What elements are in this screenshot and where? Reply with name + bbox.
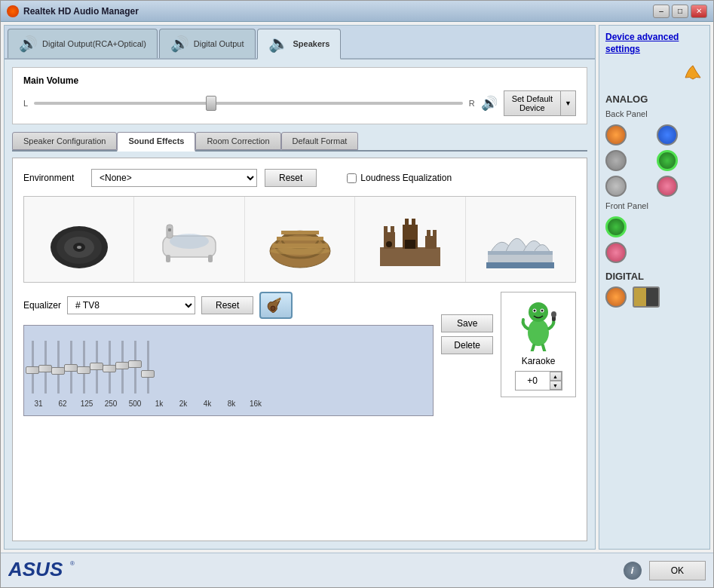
device-advanced-link[interactable]: Device advanced settings	[605, 32, 703, 55]
eq-slider-250[interactable]	[70, 341, 72, 394]
environment-select[interactable]: <None> Generic Room Bathroom	[91, 169, 257, 187]
eq-slider-8k[interactable]	[134, 341, 136, 394]
jack-green-front[interactable]	[605, 216, 627, 237]
jack-green-back[interactable]	[657, 150, 678, 171]
sliders-row	[32, 333, 425, 394]
eq-thumb-4k[interactable]	[115, 362, 129, 369]
close-button[interactable]: ✕	[691, 5, 707, 18]
eq-thumb-16k[interactable]	[141, 370, 155, 378]
jack-digital-orange[interactable]	[605, 286, 627, 308]
svg-text:®: ®	[70, 560, 75, 567]
eq-slider-16k[interactable]	[147, 341, 149, 394]
tab-default-format[interactable]: Default Format	[281, 132, 359, 150]
eq-thumb-62[interactable]	[38, 365, 52, 372]
jack-orange-back[interactable]	[605, 124, 627, 145]
eq-left: Equalizer # TV8 Flat Classical Rock	[23, 292, 434, 416]
eq-sliders-box: 31 62 125 250 500 1k 2k 4k 8k 16k	[23, 325, 434, 416]
eq-slider-500[interactable]	[83, 341, 85, 394]
set-default-dropdown[interactable]: ▼	[561, 90, 576, 116]
eq-thumb-8k[interactable]	[128, 360, 142, 368]
svg-point-36	[528, 319, 549, 346]
window-title: Realtek HD Audio Manager	[23, 6, 653, 17]
equalizer-preset-select[interactable]: # TV8 Flat Classical Rock	[67, 296, 195, 314]
eq-slider-62[interactable]	[44, 341, 47, 394]
eq-thumb-1k[interactable]	[90, 363, 103, 370]
svg-rect-23	[391, 226, 394, 232]
jack-blue-back[interactable]	[657, 124, 678, 145]
ok-button[interactable]: OK	[649, 561, 706, 580]
eq-thumb-125[interactable]	[51, 367, 65, 375]
scene-disc[interactable]	[24, 197, 134, 282]
svg-rect-18	[380, 247, 440, 266]
freq-500: 500	[128, 400, 142, 408]
freq-2k: 2k	[176, 400, 190, 408]
jack-gray-back[interactable]	[605, 150, 627, 171]
svg-rect-7	[168, 228, 171, 231]
set-default-button[interactable]: Set DefaultDevice	[504, 90, 561, 116]
volume-icon: 🔊	[481, 95, 498, 112]
eq-thumb-250[interactable]	[64, 364, 78, 372]
jack-pink-back[interactable]	[657, 176, 678, 197]
eq-thumb-500[interactable]	[77, 366, 90, 374]
environment-label: Environment	[23, 173, 84, 183]
karaoke-value-input[interactable]	[516, 374, 550, 387]
eq-top-row: Equalizer # TV8 Flat Classical Rock	[23, 292, 434, 319]
eq-band-62	[44, 341, 47, 394]
svg-point-40	[534, 310, 536, 312]
jack-gray2-back[interactable]	[605, 176, 627, 197]
default-device-wrap: Set DefaultDevice ▼	[504, 90, 576, 116]
karaoke-decrement-button[interactable]: ▼	[550, 381, 562, 390]
eq-slider-2k[interactable]	[109, 341, 111, 394]
guitar-button[interactable]	[259, 292, 293, 319]
scene-castle[interactable]	[355, 197, 465, 282]
tab-digital-out[interactable]: 🔊 Digital Output	[159, 29, 256, 58]
loudness-checkbox[interactable]	[347, 173, 357, 183]
front-panel-jacks	[605, 216, 703, 263]
scene-opera[interactable]	[466, 197, 575, 282]
scene-bathtub[interactable]	[134, 197, 244, 282]
volume-slider[interactable]	[34, 102, 463, 105]
eq-save-button[interactable]: Save	[441, 314, 493, 332]
volume-slider-thumb[interactable]	[206, 96, 216, 111]
freq-62: 62	[56, 400, 69, 408]
maximize-button[interactable]: □	[672, 5, 688, 18]
main-content: 🔊 Digital Output(RCA+Optical) 🔊 Digital …	[1, 22, 713, 553]
jack-pink-front[interactable]	[605, 242, 627, 263]
eq-thumb-2k[interactable]	[103, 365, 116, 372]
eq-band-2k	[109, 341, 111, 394]
volume-l: L	[23, 99, 28, 108]
svg-rect-22	[384, 226, 388, 232]
eq-slider-4k[interactable]	[121, 341, 124, 394]
eq-thumb-31[interactable]	[26, 366, 39, 374]
eq-slider-125[interactable]	[57, 341, 60, 394]
eq-band-16k	[147, 341, 149, 394]
analog-section: ANALOG Back Panel Front Panel	[605, 93, 703, 263]
jack-digital-rect[interactable]	[633, 286, 660, 308]
equalizer-section: Equalizer # TV8 Flat Classical Rock	[23, 292, 576, 416]
svg-rect-16	[281, 231, 319, 234]
tab-digital-out-label: Digital Output	[194, 39, 244, 48]
tab-speakers[interactable]: 🔈 Speakers	[257, 29, 342, 60]
equalizer-reset-button[interactable]: Reset	[201, 296, 253, 314]
digital-jacks	[605, 286, 703, 308]
svg-point-17	[270, 247, 330, 255]
analog-title: ANALOG	[605, 93, 703, 105]
eq-band-250	[70, 341, 72, 394]
tab-speaker-config[interactable]: Speaker Configuration	[12, 132, 117, 150]
right-sidebar: Device advanced settings ANALOG Back Pan…	[599, 25, 710, 550]
eq-slider-1k[interactable]	[96, 341, 98, 394]
scene-colosseum[interactable]	[245, 197, 355, 282]
karaoke-figure	[516, 299, 561, 351]
tab-sound-effects[interactable]: Sound Effects	[117, 132, 195, 152]
back-panel-jacks	[605, 124, 703, 197]
eq-delete-button[interactable]: Delete	[441, 336, 493, 354]
environment-reset-button[interactable]: Reset	[265, 169, 317, 187]
eq-slider-31[interactable]	[32, 341, 34, 394]
freq-125: 125	[80, 400, 93, 408]
eq-band-31	[32, 341, 34, 394]
tab-digital-rca[interactable]: 🔊 Digital Output(RCA+Optical)	[8, 29, 158, 58]
karaoke-increment-button[interactable]: ▲	[550, 372, 562, 381]
minimize-button[interactable]: –	[653, 5, 670, 18]
info-button[interactable]: i	[624, 562, 642, 580]
tab-room-correction[interactable]: Room Correction	[195, 132, 280, 150]
